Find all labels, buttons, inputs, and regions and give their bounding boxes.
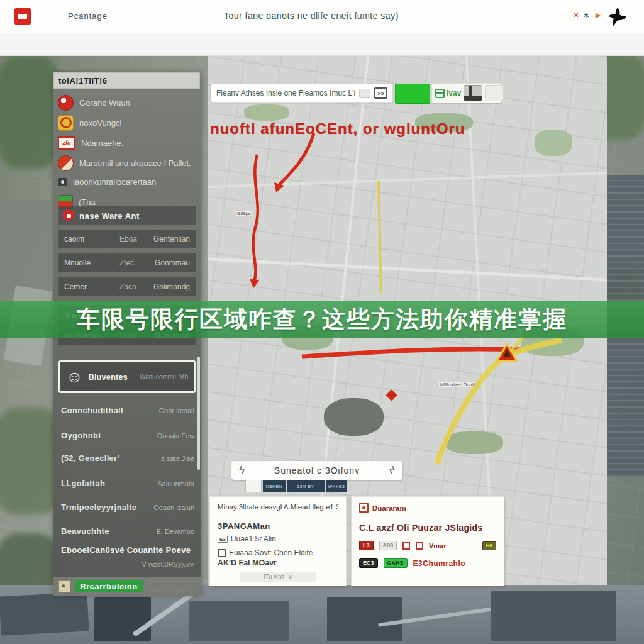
legend-label: Vmar [429, 542, 447, 550]
dark-badge[interactable]: EC3 [359, 558, 378, 568]
close-icon[interactable]: × [574, 10, 579, 20]
table-row[interactable]: Mnuolle Ztec Gonmmau [58, 253, 196, 272]
chevron-down-icon: ∨ [288, 574, 292, 580]
brand-label: Pcantage [68, 11, 108, 21]
sidebar-search-input[interactable]: tolA!1TIIT!6 [53, 72, 200, 89]
menu-item-label: Ndamaehe. [81, 138, 123, 148]
card-title: Minay 3llrate deavgl A.Miead Ileg e1 3 [218, 503, 338, 511]
list-item[interactable]: Oygohnbl Ooaala Few [61, 431, 194, 440]
top-nav-text[interactable]: Tour fane oanots ne dlife eneit fumte sa… [224, 11, 399, 21]
red-circle-icon [58, 95, 74, 111]
nav-toggle-label: Ivav [447, 89, 461, 97]
map-search-value: Fleanv Athses Insle one Fleamos Imuc L'k… [216, 89, 355, 97]
sidebar-menu-item[interactable]: Gorano Wuun [58, 94, 197, 111]
satellite-toggle-button[interactable] [485, 85, 504, 101]
legend-icon [359, 503, 369, 513]
code-badge[interactable]: A08 [379, 541, 397, 550]
card-subtitle: 3PANGAMan [218, 521, 338, 531]
nav-toggle[interactable]: Ivav [435, 89, 461, 98]
yellow-badge-icon [58, 115, 74, 131]
top-right-icons: × ∗ ► [574, 10, 602, 20]
card-line: AK'D Fal MOavr [218, 558, 338, 567]
red-ball-icon [58, 155, 74, 171]
info-card-left: Minay 3llrate deavgl A.Miead Ileg e1 3 3… [209, 496, 347, 586]
stamp-icon: zfo [58, 136, 75, 150]
thumbnail-icon [58, 580, 70, 592]
section-header-label: nase Ware Ant [79, 211, 140, 221]
segment-button[interactable]: KSHEN [263, 480, 286, 492]
sidebar-menu-item[interactable]: Marotmtil sno ukooace I Pallet. [58, 154, 197, 172]
sidebar-menu-item[interactable]: noxoVungci [58, 114, 197, 131]
map-overlay-warning-text: nuoftl afunEoCEnt, or wgluntOru [210, 120, 575, 138]
terrain-toggle-button[interactable] [464, 85, 482, 101]
list-item[interactable]: Connchudithall Oasr Iresall [61, 406, 194, 415]
list-item[interactable]: Trmipoeleyyrjnalte Oeaon izaiun [61, 502, 194, 512]
map-layer-toggle-group: Ivav [431, 83, 502, 103]
segment-button[interactable]: 22M BY [287, 480, 325, 492]
table-row[interactable]: caoim Eboa Gentenlian [58, 230, 196, 248]
green-badge[interactable]: GAHS [384, 558, 408, 568]
nav-icon [435, 89, 445, 98]
route-summary-pill[interactable]: ϟ Suneatol c 3Oifonv ϟ [231, 461, 402, 480]
menu-item-label: Gorano Wuun [79, 98, 130, 108]
segment-button[interactable]: - [245, 480, 262, 492]
bird-logo-icon[interactable] [605, 6, 628, 28]
legend-header: Duararam [359, 503, 496, 513]
app-window: i383(a) MWr.uliaed Ouuiillo nuoftl afunE… [0, 0, 644, 644]
small-square-icon [58, 177, 67, 187]
map-street-label: i383(a) [236, 211, 252, 216]
sidebar-bottom-row[interactable]: Rrcarrbuleinn 7b 0x960/V111M4 [53, 577, 201, 596]
menu-item-label: iaoonkunrallocarertaan [73, 177, 156, 187]
legend-card-right: Duararam C.L axzf Oli Puuzar JSlagids L3… [351, 496, 504, 586]
menu-item-label: (Tna [79, 197, 96, 207]
sidebar-menu-item[interactable]: iaoonkunrallocarertaan [58, 173, 197, 191]
checkbox-icon[interactable] [218, 549, 226, 557]
red-checkbox-icon[interactable] [402, 542, 410, 550]
plate-badge[interactable]: H8 [482, 541, 496, 550]
bolt-left-icon: ϟ [239, 464, 245, 477]
bolt-right-icon: ϟ [389, 464, 395, 477]
play-icon[interactable]: ► [594, 10, 602, 20]
sidebar-footer-note: EbooelCan0své Couanlte Poeve [61, 545, 191, 555]
red-checkbox-icon[interactable] [416, 542, 423, 550]
smiley-face-icon: ☺ [66, 369, 83, 385]
sidebar-scrollbar[interactable] [197, 357, 200, 470]
app-logo-icon[interactable] [14, 8, 31, 25]
legend-heading: C.L axzf Oli Puuzar JSlagids [359, 523, 496, 533]
restriction-badge[interactable]: L3 [359, 541, 374, 550]
status-badge: Rrcarrbuleinn [75, 580, 143, 592]
selected-list-item[interactable]: ☺ Bluventes Wanucomme 'Mb [58, 360, 196, 393]
segment-button[interactable]: WKKE2 [326, 480, 347, 492]
card-line: Euiaaa Sovt: Cnen Eldite [218, 548, 338, 557]
menu-item-label: Marotmtil sno ukooace I Pallet. [79, 158, 191, 168]
card-line: E3 Uuae1 5r Alin [218, 535, 338, 543]
search-option-icon[interactable] [359, 89, 370, 98]
segment-toolbar: - KSHEN 22M BY WKKE2 [245, 480, 347, 492]
star-icon[interactable]: ∗ [582, 10, 590, 20]
legend-label: E3Chumrahlo [413, 559, 466, 568]
table-row[interactable]: Cemer Zaca Gnlimandg [58, 277, 196, 296]
list-item[interactable]: (52, Genecller' a sata Jlae [61, 453, 194, 463]
shield-icon [63, 209, 74, 222]
legend-row: L3 A08 Vmar H8 [359, 541, 496, 550]
sidebar-menu-item[interactable]: zfo Ndamaehe. [58, 134, 197, 152]
map-street-label: MWr.uliaed Ouuiillo [439, 382, 479, 387]
map-search-input[interactable]: Fleanv Athses Insle one Fleamos Imuc L'k… [211, 84, 393, 103]
search-button[interactable] [395, 84, 430, 104]
sidebar-footer-value: V wzo00RSyjuvv [142, 560, 194, 568]
tag-icon: E3 [218, 536, 228, 543]
legend-row: EC3 GAHS E3Chumrahlo [359, 558, 496, 568]
list-item[interactable]: Beavuchhte E. Deyamoo [61, 526, 194, 536]
browser-top-bar: Pcantage Tour fane oanots ne dlife eneit… [0, 0, 644, 33]
list-item[interactable]: LLgofattah Saleunmata [61, 479, 194, 488]
sidebar-section-header[interactable]: nase Ware Ant [58, 206, 196, 225]
expand-button[interactable]: ITu Kaz ∨ [240, 572, 316, 582]
fullscreen-icon[interactable]: F5 [374, 87, 387, 99]
headline-banner: 车限号限行区域咋查？这些方法助你精准掌握 [0, 301, 644, 338]
secondary-bar [0, 33, 644, 56]
menu-item-label: noxoVungci [79, 118, 121, 128]
headline-title: 车限号限行区域咋查？这些方法助你精准掌握 [77, 304, 567, 335]
